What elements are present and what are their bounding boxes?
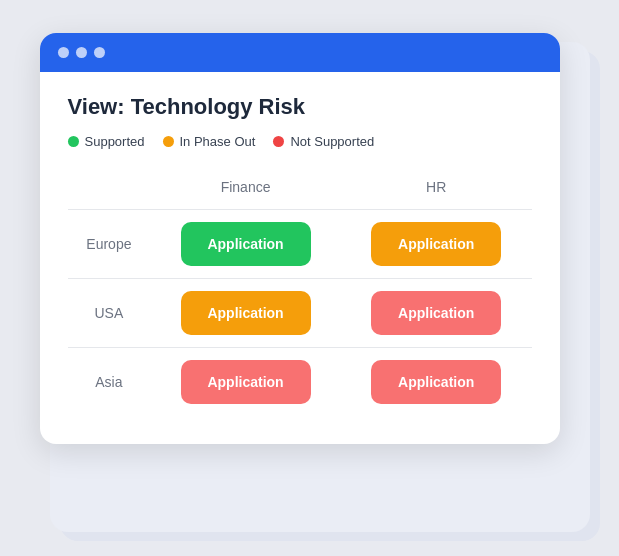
row-label-europe: Europe: [68, 210, 151, 279]
app-badge[interactable]: Application: [181, 360, 311, 404]
legend-label-supported: Supported: [85, 134, 145, 149]
cell-asia-1[interactable]: Application: [341, 348, 532, 417]
legend-dot-phase-out: [163, 136, 174, 147]
window-wrapper: View: Technology Risk Supported In Phase…: [40, 33, 580, 523]
app-badge[interactable]: Application: [181, 222, 311, 266]
cell-usa-1[interactable]: Application: [341, 279, 532, 348]
titlebar-dot-1: [58, 47, 69, 58]
legend-dot-not-supported: [273, 136, 284, 147]
browser-window: View: Technology Risk Supported In Phase…: [40, 33, 560, 444]
risk-table: Finance HR EuropeApplicationApplicationU…: [68, 171, 532, 416]
cell-asia-0[interactable]: Application: [150, 348, 341, 417]
col-header-region: [68, 171, 151, 210]
titlebar: [40, 33, 560, 72]
legend-item-phase-out: In Phase Out: [163, 134, 256, 149]
cell-europe-1[interactable]: Application: [341, 210, 532, 279]
col-header-finance: Finance: [150, 171, 341, 210]
table-row: EuropeApplicationApplication: [68, 210, 532, 279]
table-row: AsiaApplicationApplication: [68, 348, 532, 417]
col-header-hr: HR: [341, 171, 532, 210]
legend: Supported In Phase Out Not Supported: [68, 134, 532, 149]
row-label-usa: USA: [68, 279, 151, 348]
titlebar-dot-2: [76, 47, 87, 58]
app-badge[interactable]: Application: [371, 291, 501, 335]
table-row: USAApplicationApplication: [68, 279, 532, 348]
app-badge[interactable]: Application: [371, 360, 501, 404]
cell-europe-0[interactable]: Application: [150, 210, 341, 279]
legend-label-phase-out: In Phase Out: [180, 134, 256, 149]
legend-label-not-supported: Not Supported: [290, 134, 374, 149]
titlebar-dot-3: [94, 47, 105, 58]
row-label-asia: Asia: [68, 348, 151, 417]
legend-dot-supported: [68, 136, 79, 147]
app-badge[interactable]: Application: [371, 222, 501, 266]
content-area: View: Technology Risk Supported In Phase…: [40, 72, 560, 444]
legend-item-supported: Supported: [68, 134, 145, 149]
page-title: View: Technology Risk: [68, 94, 532, 120]
legend-item-not-supported: Not Supported: [273, 134, 374, 149]
cell-usa-0[interactable]: Application: [150, 279, 341, 348]
app-badge[interactable]: Application: [181, 291, 311, 335]
